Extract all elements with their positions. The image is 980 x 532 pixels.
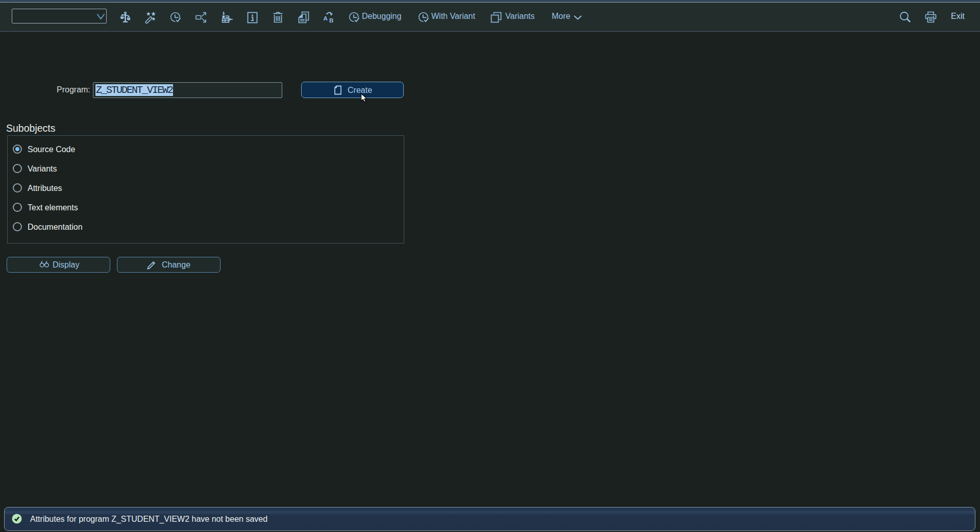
svg-text:B: B xyxy=(329,17,333,23)
svg-text:A: A xyxy=(324,15,328,21)
